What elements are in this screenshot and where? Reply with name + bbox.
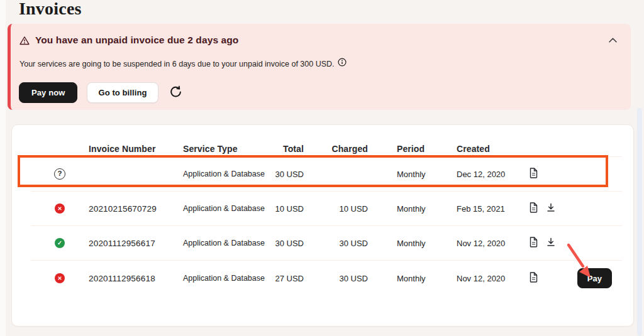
total-cell: 10 USD bbox=[274, 204, 304, 214]
status-unknown-icon: ? bbox=[54, 168, 65, 180]
scrollbar[interactable] bbox=[637, 108, 642, 336]
charged-cell: 30 USD bbox=[304, 239, 368, 248]
invoice-number-cell: 20201112956618 bbox=[89, 274, 183, 283]
alert-actions: Pay now Go to billing bbox=[19, 82, 184, 103]
invoice-document-icon bbox=[529, 168, 538, 180]
alert-collapse-button[interactable] bbox=[604, 33, 621, 46]
chevron-up-icon bbox=[609, 35, 617, 45]
created-cell: Dec 12, 2020 bbox=[441, 170, 513, 179]
download-invoice-button[interactable] bbox=[547, 237, 555, 249]
created-cell: Nov 12, 2020 bbox=[441, 274, 513, 283]
table-row: ✓ 20201112956617 Application & Database … bbox=[31, 225, 622, 260]
invoice-document-icon bbox=[529, 202, 538, 215]
page-left-edge bbox=[0, 0, 6, 336]
alert-body: Your services are going to be suspended … bbox=[19, 59, 347, 68]
page-title: Invoices bbox=[19, 0, 82, 19]
invoice-document-icon bbox=[529, 237, 538, 249]
table-row-highlighted: ✕ 20201112956618 Application & Database … bbox=[31, 260, 622, 296]
view-invoice-button[interactable] bbox=[529, 202, 538, 215]
table-header-row: Invoice Number Service Type Total Charge… bbox=[31, 125, 622, 156]
column-header-period: Period bbox=[368, 144, 441, 154]
column-header-charged: Charged bbox=[304, 144, 368, 154]
status-failed-icon: ✕ bbox=[55, 273, 65, 283]
info-icon bbox=[338, 58, 347, 68]
row-pay-button[interactable]: Pay bbox=[577, 268, 612, 288]
period-cell: Monthly bbox=[368, 170, 441, 179]
column-header-total: Total bbox=[274, 144, 304, 154]
total-cell: 30 USD bbox=[274, 170, 304, 179]
total-cell: 27 USD bbox=[274, 274, 304, 283]
created-cell: Feb 15, 2021 bbox=[441, 204, 513, 214]
go-to-billing-button[interactable]: Go to billing bbox=[87, 82, 158, 103]
view-invoice-button[interactable] bbox=[529, 168, 538, 180]
view-invoice-button[interactable] bbox=[529, 237, 538, 249]
refresh-icon bbox=[169, 85, 182, 100]
period-cell: Monthly bbox=[368, 204, 441, 214]
pay-now-button[interactable]: Pay now bbox=[19, 82, 77, 103]
download-invoice-button[interactable] bbox=[547, 203, 555, 214]
created-cell: Nov 12, 2020 bbox=[441, 239, 513, 248]
table-row: ? Application & Database 30 USD Monthly … bbox=[31, 156, 622, 191]
status-failed-icon: ✕ bbox=[55, 203, 65, 214]
invoice-number-cell: 20210215670729 bbox=[89, 204, 183, 214]
info-tooltip-button[interactable] bbox=[338, 58, 347, 68]
invoice-document-icon bbox=[529, 272, 538, 285]
invoices-table-card: Invoice Number Service Type Total Charge… bbox=[11, 124, 634, 327]
service-type-cell: Application & Database bbox=[183, 239, 274, 247]
table-row: ✕ 20210215670729 Application & Database … bbox=[31, 191, 622, 225]
invoice-number-cell: 20201112956617 bbox=[89, 239, 183, 248]
download-icon bbox=[547, 203, 555, 214]
service-type-cell: Application & Database bbox=[183, 204, 274, 213]
download-icon bbox=[547, 237, 555, 249]
refresh-button[interactable] bbox=[168, 84, 184, 102]
period-cell: Monthly bbox=[368, 274, 441, 283]
column-header-service-type: Service Type bbox=[183, 144, 274, 154]
total-cell: 30 USD bbox=[274, 239, 304, 248]
warning-icon bbox=[19, 36, 30, 45]
service-type-cell: Application & Database bbox=[183, 274, 274, 283]
alert-title: You have an unpaid invoice due 2 days ag… bbox=[35, 35, 238, 46]
alert-message: Your services are going to be suspended … bbox=[19, 60, 335, 68]
service-type-cell: Application & Database bbox=[183, 170, 274, 178]
charged-cell: 30 USD bbox=[304, 274, 368, 283]
status-paid-icon: ✓ bbox=[55, 238, 65, 248]
unpaid-invoice-alert: You have an unpaid invoice due 2 days ag… bbox=[8, 24, 631, 110]
view-invoice-button[interactable] bbox=[529, 272, 538, 285]
column-header-invoice-number: Invoice Number bbox=[89, 144, 183, 154]
charged-cell: 10 USD bbox=[304, 204, 368, 214]
column-header-created: Created bbox=[441, 144, 513, 154]
alert-header: You have an unpaid invoice due 2 days ag… bbox=[19, 35, 238, 46]
period-cell: Monthly bbox=[368, 239, 441, 248]
